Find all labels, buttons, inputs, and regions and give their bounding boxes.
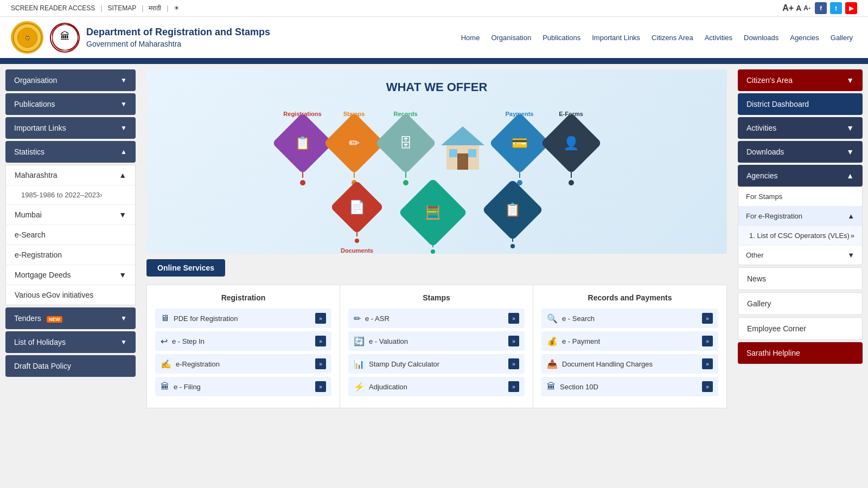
money-icon: 💰 xyxy=(547,336,558,346)
chevron-down-icon: ▼ xyxy=(846,147,854,156)
news-block: News xyxy=(738,267,863,290)
font-decrease[interactable]: A- xyxy=(803,4,810,12)
nav-publications[interactable]: Publications xyxy=(538,31,585,44)
stamps-diamond[interactable]: ✏ xyxy=(323,112,385,174)
svg-text:🏛: 🏛 xyxy=(60,30,70,42)
arrow-icon: » xyxy=(508,336,519,346)
service-eregistration[interactable]: ✍ e-Registration » xyxy=(155,354,331,374)
stat-egov[interactable]: Various eGov initiatives xyxy=(6,285,135,305)
service-step-in[interactable]: ↩ e - Step In » xyxy=(155,331,331,351)
citizens-corner-icon: 📋 xyxy=(505,202,521,217)
content-wrapper: Organisation ▼ Publications ▼ Important … xyxy=(0,64,868,444)
sep2: | xyxy=(142,4,143,12)
stat-esearch[interactable]: e-Search xyxy=(6,225,135,245)
service-section10d[interactable]: 🏛 Section 10D » xyxy=(541,377,718,396)
chevron-down-icon: ▼ xyxy=(119,210,126,219)
news-btn[interactable]: News xyxy=(738,267,863,290)
calc-icon: 📊 xyxy=(354,359,365,369)
online-services-tab[interactable]: Online Services xyxy=(146,259,225,277)
service-evaluation[interactable]: 🔄 e - Valuation » xyxy=(348,331,525,351)
citizens-corner-diamond[interactable]: 📋 xyxy=(482,179,543,240)
service-stamp-duty[interactable]: 📊 Stamp Duty Calculator » xyxy=(348,354,525,374)
stat-year-range[interactable]: 1985-1986 to 2022–2023› xyxy=(6,185,135,205)
sidebar-item-draft-policy[interactable]: Draft Data Policy xyxy=(5,355,136,377)
other-item[interactable]: Other ▼ xyxy=(738,246,862,265)
sarathi-block: Sarathi Helpline xyxy=(738,342,863,364)
stamps-title: Stamps xyxy=(348,293,525,302)
nav-agencies[interactable]: Agencies xyxy=(786,31,823,44)
for-stamps-item[interactable]: For Stamps xyxy=(738,187,862,207)
gallery-btn[interactable]: Gallery xyxy=(738,292,863,315)
documents-icon: 📄 xyxy=(349,200,365,215)
svg-rect-7 xyxy=(457,153,468,170)
service-pde[interactable]: 🖥 PDE for Registration » xyxy=(155,309,331,328)
csc-operators-item[interactable]: 1. List of CSC Operators (VLEs) » xyxy=(738,226,862,246)
twitter-icon[interactable]: t xyxy=(830,2,842,14)
service-esearch[interactable]: 🔍 e - Search » xyxy=(541,309,718,328)
nav-organisation[interactable]: Organisation xyxy=(487,31,535,44)
sidebar-item-statistics[interactable]: Statistics ▲ xyxy=(5,141,136,163)
service-doc-handling[interactable]: 📥 Document Handling Charges » xyxy=(541,354,718,374)
service-easr[interactable]: ✏ e - ASR » xyxy=(348,309,525,328)
service-adjudication[interactable]: ⚡ Adjudication » xyxy=(348,377,525,396)
sidebar-item-holidays[interactable]: List of Holidays ▼ xyxy=(5,331,136,353)
citizens-area-block: Citizen's Area ▼ xyxy=(738,69,863,91)
agencies-block: Agencies ▲ For Stamps For e-Registration… xyxy=(738,165,863,265)
banner-title: WHAT WE OFFER xyxy=(386,80,488,94)
stat-maharashtra[interactable]: Maharashtra ▲ xyxy=(6,165,135,185)
bottom-diamonds: 📄 Documents 🧮 E-Calculators 📋 xyxy=(338,188,535,254)
cycle-icon: 🔄 xyxy=(354,336,365,346)
documents-diamond[interactable]: 📄 xyxy=(330,181,384,234)
sitemap-link[interactable]: SITEMAP xyxy=(108,4,137,12)
top-bar: SCREEN READER ACCESS | SITEMAP | मराठी |… xyxy=(0,0,868,17)
nav-gallery[interactable]: Gallery xyxy=(826,31,857,44)
stamps-icon: ✏ xyxy=(349,136,360,151)
chevron-up-icon: ▲ xyxy=(120,148,127,156)
for-eregistration-item[interactable]: For e-Registration ▲ xyxy=(738,207,862,226)
svg-marker-5 xyxy=(441,126,484,145)
chevron-down-icon: ▼ xyxy=(847,251,854,259)
service-efiling[interactable]: 🏛 e - Filing » xyxy=(155,377,331,396)
service-epayment[interactable]: 💰 e - Payment » xyxy=(541,331,718,351)
font-size-controls: A+ A A- xyxy=(782,3,810,13)
sarathi-btn[interactable]: Sarathi Helpline xyxy=(738,342,863,364)
youtube-icon[interactable]: ▶ xyxy=(845,2,857,14)
ecalculators-diamond[interactable]: 🧮 xyxy=(398,178,467,247)
employee-corner-block: Employee Corner xyxy=(738,317,863,340)
stat-mumbai[interactable]: Mumbai ▼ xyxy=(6,205,135,225)
nav-home[interactable]: Home xyxy=(457,31,484,44)
activities-btn[interactable]: Activities ▼ xyxy=(738,117,863,139)
sidebar-item-publications[interactable]: Publications ▼ xyxy=(5,93,136,115)
facebook-icon[interactable]: f xyxy=(815,2,827,14)
registrations-item: Registrations 📋 xyxy=(281,111,324,185)
sidebar-item-important-links[interactable]: Important Links ▼ xyxy=(5,117,136,139)
citizens-area-btn[interactable]: Citizen's Area ▼ xyxy=(738,69,863,91)
stat-mortgage-deeds[interactable]: Mortgage Deeds ▼ xyxy=(6,265,135,285)
bolt-icon: ⚡ xyxy=(354,382,365,392)
marathi-link[interactable]: मराठी xyxy=(149,4,161,12)
stat-eregistration[interactable]: e-Registration xyxy=(6,245,135,265)
records-diamond[interactable]: 🗄 xyxy=(375,112,436,174)
registrations-diamond[interactable]: 📋 xyxy=(272,112,333,174)
nav-activities[interactable]: Activities xyxy=(700,31,737,44)
screen-reader-link[interactable]: SCREEN READER ACCESS xyxy=(11,4,95,12)
sidebar-item-organisation[interactable]: Organisation ▼ xyxy=(5,69,136,91)
registration-col: Registration 🖥 PDE for Registration » ↩ … xyxy=(147,285,340,408)
top-bar-left: SCREEN READER ACCESS | SITEMAP | मराठी |… xyxy=(11,4,180,12)
district-dashboard-btn[interactable]: District Dashboard xyxy=(738,93,863,115)
sidebar-item-tenders[interactable]: Tenders NEW ▼ xyxy=(5,307,136,329)
payments-diamond[interactable]: 💳 xyxy=(489,112,550,174)
nav-downloads[interactable]: Downloads xyxy=(739,31,783,44)
font-normal[interactable]: A xyxy=(796,4,801,12)
agencies-btn[interactable]: Agencies ▲ xyxy=(738,165,863,187)
nav-citizens-area[interactable]: Citizens Area xyxy=(647,31,698,44)
employee-corner-btn[interactable]: Employee Corner xyxy=(738,317,863,340)
records-icon: 🗄 xyxy=(399,136,412,151)
downloads-btn[interactable]: Downloads ▼ xyxy=(738,141,863,163)
eforms-diamond[interactable]: 👤 xyxy=(540,112,602,174)
font-increase[interactable]: A+ xyxy=(782,3,794,13)
accessibility-icon[interactable]: ☀ xyxy=(174,4,180,12)
gov-seal: 🦁 xyxy=(11,21,43,54)
sep3: | xyxy=(167,4,168,12)
nav-important-links[interactable]: Important Links xyxy=(588,31,644,44)
